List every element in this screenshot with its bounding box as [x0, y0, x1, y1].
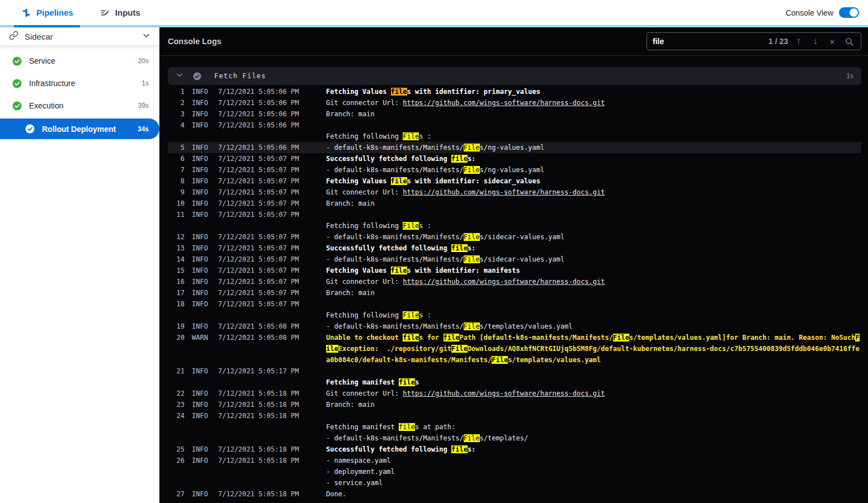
log-message: - namespace.yaml — [326, 455, 861, 466]
clear-search-button[interactable]: × — [824, 34, 841, 49]
log-timestamp: 7/12/2021 5:05:08 PM — [218, 332, 326, 343]
log-timestamp: 7/12/2021 5:05:18 PM — [218, 388, 326, 399]
log-row: - default-k8s-manifests/Manifests/Files/… — [168, 433, 861, 444]
log-level: INFO — [192, 455, 218, 466]
log-level: INFO — [192, 321, 218, 332]
collapse-chevron-icon[interactable] — [176, 71, 183, 81]
log-timestamp: 7/12/2021 5:05:07 PM — [218, 175, 326, 187]
log-message: Successfully fetched following files: — [326, 243, 861, 254]
log-message: Fetching manifest files at path: — [326, 421, 861, 433]
log-message: - deployment.yaml — [326, 466, 861, 477]
log-message: - default-k8s-manifests/Manifests/Files/… — [326, 321, 861, 332]
log-message: - default-k8s-manifests/Manifests/Files/… — [326, 433, 861, 444]
sidebar-step-infrastructure[interactable]: Infrastructure1s — [0, 72, 159, 94]
log-row: Fetching following Files : — [168, 220, 861, 231]
log-timestamp: 7/12/2021 5:05:08 PM — [218, 321, 326, 332]
log-level: INFO — [192, 175, 218, 187]
log-link[interactable]: https://github.com/wings-software/harnes… — [403, 278, 605, 286]
log-message: Branch: main — [326, 198, 861, 209]
log-row: 15INFO7/12/2021 5:05:07 PMFetching Value… — [168, 265, 861, 276]
log-timestamp: 7/12/2021 5:05:06 PM — [218, 86, 326, 97]
log-timestamp: 7/12/2021 5:05:07 PM — [218, 265, 326, 276]
log-line-number: 15 — [168, 265, 185, 276]
search-match: File — [451, 345, 468, 353]
log-line-number: 5 — [168, 142, 185, 153]
log-line-number: 17 — [168, 287, 185, 298]
step-duration: 39s — [138, 102, 149, 110]
log-level: INFO — [192, 254, 218, 265]
search-icon[interactable] — [841, 34, 857, 49]
log-message: Fetching Values files with identifier: m… — [326, 265, 861, 276]
log-line-number: 18 — [168, 298, 185, 310]
log-level: INFO — [192, 86, 218, 97]
log-message: Branch: main — [326, 399, 861, 410]
log-row: 19INFO7/12/2021 5:05:08 PM- default-k8s-… — [168, 321, 861, 332]
log-line-number: 27 — [168, 488, 185, 500]
search-match: File — [464, 144, 480, 151]
log-search-box: 1 / 23 ↑ ↓ × — [647, 32, 861, 50]
log-line-number: 25 — [168, 444, 185, 455]
log-message: Fetching following Files : — [326, 131, 861, 142]
log-level: INFO — [192, 287, 218, 298]
execution-sidebar: Sidecar Service20sInfrastructure1sExecut… — [0, 27, 159, 503]
log-message: Done. — [326, 488, 861, 500]
link-icon — [9, 31, 18, 42]
previous-match-button[interactable]: ↑ — [790, 34, 807, 49]
log-row: Fetching following Files : — [168, 131, 861, 142]
log-row: Fetching following Files : — [168, 310, 861, 321]
step-label: Execution — [29, 101, 63, 110]
tab-pipelines[interactable]: Pipelines — [21, 8, 73, 18]
check-circle-icon — [25, 124, 35, 134]
log-section-header[interactable]: Fetch Files 1s — [168, 67, 861, 85]
step-duration: 20s — [138, 57, 149, 65]
log-link[interactable]: https://github.com/wings-software/harnes… — [403, 188, 605, 196]
log-message: Git connector Url: https://github.com/wi… — [326, 97, 861, 108]
log-message: Branch: main — [326, 108, 861, 120]
log-link[interactable]: https://github.com/wings-software/harnes… — [403, 390, 605, 397]
log-message: Fetching manifest files — [326, 377, 861, 388]
sidebar-step-service[interactable]: Service20s — [0, 50, 159, 72]
chevron-down-icon[interactable] — [142, 31, 150, 41]
search-match: File — [403, 311, 419, 319]
log-row: Fetching manifest files at path: — [168, 421, 861, 433]
sidebar-step-rollout-deployment[interactable]: Rollout Deployment34s — [0, 118, 159, 139]
log-line-number: 2 — [168, 97, 185, 108]
log-timestamp: 7/12/2021 5:05:06 PM — [218, 97, 326, 108]
log-timestamp: 7/12/2021 5:05:18 PM — [218, 444, 326, 455]
log-message: - service.yaml — [326, 477, 861, 488]
log-list: 1INFO7/12/2021 5:05:06 PMFetching Values… — [168, 86, 861, 500]
check-circle-icon — [12, 101, 22, 111]
search-input[interactable] — [653, 37, 768, 46]
top-navigation-bar: Pipelines Inputs Console View — [0, 0, 868, 25]
step-duration: 1s — [141, 79, 149, 87]
log-level: INFO — [192, 164, 218, 175]
log-line-number: 14 — [168, 254, 185, 265]
log-line-number: 26 — [168, 455, 185, 466]
stage-header-sidecar[interactable]: Sidecar — [0, 27, 159, 46]
log-line-number: 6 — [168, 153, 185, 164]
log-message: Successfully fetched following files: — [326, 444, 861, 455]
console-view-toggle[interactable] — [839, 7, 859, 18]
log-message: - default-k8s-manifests/Manifests/Files/… — [326, 142, 861, 153]
log-link[interactable]: https://github.com/wings-software/harnes… — [403, 99, 605, 107]
sidebar-step-execution[interactable]: Execution39s — [0, 94, 159, 117]
tab-inputs[interactable]: Inputs — [100, 8, 140, 18]
log-row: 8INFO7/12/2021 5:05:07 PMFetching Values… — [168, 175, 861, 187]
log-line-number: 9 — [168, 187, 185, 198]
search-match: File — [403, 132, 419, 140]
inputs-icon — [100, 8, 110, 18]
log-level: INFO — [192, 231, 218, 243]
log-level: INFO — [192, 153, 218, 164]
tab-inputs-label: Inputs — [115, 8, 140, 17]
log-message: - default-k8s-manifests/Manifests/Files/… — [326, 254, 861, 265]
log-level: INFO — [192, 388, 218, 399]
log-message: Branch: main — [326, 287, 861, 298]
log-message: Fetching following Files : — [326, 220, 861, 231]
log-line-number: 7 — [168, 164, 185, 175]
log-timestamp: 7/12/2021 5:05:17 PM — [218, 366, 326, 377]
search-match: file — [399, 423, 415, 431]
next-match-button[interactable]: ↓ — [807, 34, 824, 49]
search-match: File — [613, 334, 629, 341]
log-row: 4INFO7/12/2021 5:05:06 PM — [168, 120, 861, 131]
log-timestamp: 7/12/2021 5:05:07 PM — [218, 187, 326, 198]
